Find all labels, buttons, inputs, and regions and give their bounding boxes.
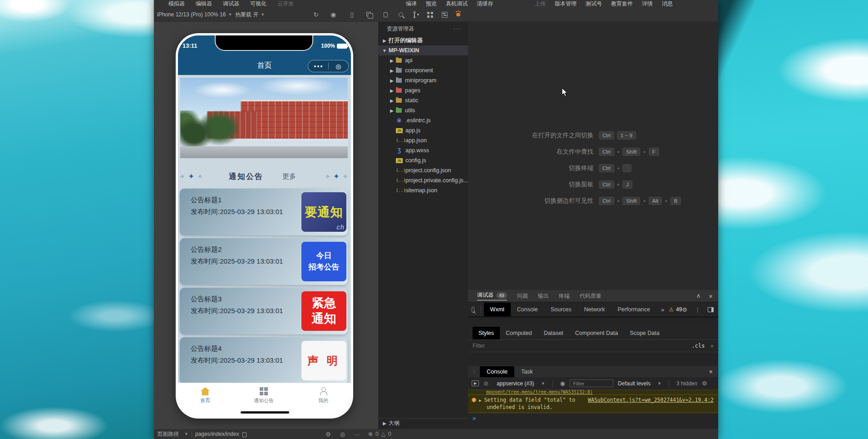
js-context-selector[interactable]: appservice (#3): [497, 380, 534, 387]
explorer-file-row[interactable]: {..} project.private.config.js...: [378, 175, 468, 185]
expand-triangle-icon[interactable]: ▶: [479, 398, 481, 403]
explorer-folder-row[interactable]: ▶ component: [378, 65, 468, 75]
more-link[interactable]: 更多: [282, 172, 296, 181]
more-dots-icon[interactable]: [308, 65, 328, 67]
menu-item[interactable]: 调试器: [223, 0, 239, 8]
console-filter-input[interactable]: [570, 379, 613, 387]
dock-side-icon[interactable]: [708, 307, 714, 312]
eye-icon[interactable]: ◉: [560, 380, 565, 387]
explorer-files-icon[interactable]: [384, 12, 388, 17]
menu-item[interactable]: 清缓存: [477, 0, 493, 8]
git-branch-icon[interactable]: [413, 11, 419, 18]
add-style-icon[interactable]: +: [710, 343, 714, 349]
notice-card[interactable]: 公告标题2 发布时间:2025-03-29 13:03:01 今日招考公告: [180, 238, 348, 285]
search-icon[interactable]: [399, 12, 403, 17]
debug-console-icon[interactable]: ⚙: [326, 431, 331, 438]
styles-tab[interactable]: Scope Data: [624, 327, 665, 339]
styles-tab[interactable]: Component Data: [569, 327, 624, 339]
explorer-file-row[interactable]: JS config.js: [378, 155, 468, 165]
campus-photo[interactable]: [180, 78, 348, 158]
panel-tab[interactable]: 输出: [538, 292, 549, 300]
tab-home[interactable]: 首页: [185, 387, 226, 404]
warning-log-entry[interactable]: ▶ Setting data field "total" to WASubCon…: [468, 394, 718, 413]
close-icon[interactable]: ×: [709, 292, 713, 300]
devtools-tab[interactable]: Network: [578, 303, 612, 316]
open-editors-row[interactable]: ▶ 打开的编辑器: [378, 35, 468, 45]
menu-item[interactable]: 编辑器: [196, 0, 212, 8]
styles-filter-input[interactable]: [468, 342, 692, 349]
console-prompt[interactable]: >: [468, 413, 718, 422]
outline-row[interactable]: ▶ 大纲: [378, 418, 468, 428]
page-path-selector[interactable]: 页面路径: [157, 430, 179, 438]
console-settings-icon[interactable]: ⚙: [702, 380, 707, 387]
menu-item[interactable]: 编译: [406, 0, 417, 8]
kebab-menu-icon[interactable]: ⋮: [695, 306, 700, 313]
explorer-folder-row[interactable]: ▶ miniprogram: [378, 75, 468, 85]
menu-item[interactable]: 详情: [642, 0, 653, 8]
menu-item[interactable]: 可视化: [250, 0, 266, 8]
hot-reload-toggle[interactable]: 热重载 开 ▼: [235, 7, 265, 22]
explorer-file-row[interactable]: {..} app.json: [378, 135, 468, 145]
explorer-file-row[interactable]: {..} project.config.json: [378, 165, 468, 175]
menu-item[interactable]: 真机调试: [446, 0, 468, 8]
menu-item[interactable]: 云开发: [277, 0, 294, 8]
console-tab[interactable]: Task: [514, 366, 540, 377]
cls-toggle[interactable]: .cls: [692, 343, 705, 349]
multi-window-icon[interactable]: [366, 12, 371, 16]
panel-tab[interactable]: 问题: [517, 292, 528, 300]
explorer-file-row[interactable]: {..} sitemap.json: [378, 185, 468, 195]
capsule-menu[interactable]: ◎: [308, 60, 349, 72]
exit-target-icon[interactable]: ◎: [329, 63, 349, 70]
truncated-log-line[interactable]: mponent/tree-menu/tree-menu?WAS35132:8): [468, 390, 718, 394]
tab-me[interactable]: 我的: [303, 387, 344, 404]
copy-path-icon[interactable]: [242, 431, 248, 437]
devtools-tab[interactable]: Performance: [611, 303, 656, 316]
settings-gear-icon[interactable]: ⚙: [682, 306, 687, 313]
record-icon[interactable]: ◉: [329, 11, 337, 18]
preview-eye-icon[interactable]: ◎: [340, 431, 345, 438]
notice-card[interactable]: 公告标题1 发布时间:2025-03-29 13:03:01 要通知: [180, 189, 348, 235]
styles-tab[interactable]: Computed: [500, 327, 538, 339]
console-tab[interactable]: Console: [480, 366, 514, 377]
source-link[interactable]: WASubContext.js?t=we_25027441&v=2.19.4:2: [588, 397, 714, 403]
devtools-tab[interactable]: Console: [511, 303, 544, 316]
explorer-folder-row[interactable]: ▶ pages: [378, 85, 468, 95]
menu-item[interactable]: 版本管理: [555, 0, 577, 8]
editor-area[interactable]: 在打开的文件之间切换 Ctrl1 ~ 9 在文件中查找 Ctrl+Shift+F…: [468, 22, 718, 290]
explorer-file-row[interactable]: JS app.js: [378, 125, 468, 135]
restart-icon[interactable]: ↻: [312, 11, 320, 18]
tab-notice[interactable]: 通知公告: [243, 387, 284, 404]
menu-item[interactable]: 模拟器: [168, 0, 185, 8]
device-preview-icon[interactable]: ▯: [348, 11, 356, 18]
panel-tab[interactable]: 调试器 49: [477, 291, 507, 300]
close-icon[interactable]: ×: [709, 368, 713, 375]
devtools-tab[interactable]: Wxml: [484, 303, 511, 316]
menu-item[interactable]: 教育套件: [611, 0, 633, 8]
console-sidebar-icon[interactable]: ▶: [472, 380, 479, 386]
more-dots-icon[interactable]: ···: [454, 25, 462, 32]
explorer-folder-row[interactable]: ▶ static: [378, 95, 468, 105]
orange-paw-icon[interactable]: [456, 13, 460, 16]
problem-counts[interactable]: ⊗ 0 △ 0: [368, 431, 391, 437]
more-dots-icon[interactable]: ···: [354, 431, 360, 438]
warning-count[interactable]: ⚠ 49: [669, 306, 682, 313]
collapse-icon[interactable]: ∧: [696, 292, 701, 300]
inspect-element-icon[interactable]: [472, 307, 474, 313]
menu-item[interactable]: 上传: [535, 0, 546, 8]
device-selector[interactable]: iPhone 12/13 (Pro) 100% 16 ▼: [157, 7, 232, 22]
clear-console-icon[interactable]: ⊘: [483, 380, 488, 387]
panel-tab[interactable]: 代码质量: [580, 292, 602, 300]
layout-icon[interactable]: [442, 12, 448, 18]
explorer-file-row[interactable]: Ʒ app.wxss: [378, 145, 468, 155]
explorer-file-row[interactable]: .eslintrc.js: [378, 115, 468, 125]
extensions-grid-icon[interactable]: [427, 12, 433, 18]
project-root-row[interactable]: ▼ MP-WEIXIN: [378, 45, 468, 55]
devtools-tab[interactable]: Sources: [544, 303, 578, 316]
explorer-folder-row[interactable]: ▶ utils: [378, 105, 468, 115]
styles-tab[interactable]: Dataset: [538, 327, 569, 339]
notice-card[interactable]: 公告标题4 发布时间:2025-03-29 13:03:01 声 明: [180, 337, 348, 384]
styles-tab[interactable]: Styles: [473, 327, 500, 339]
more-tabs-icon[interactable]: »: [661, 306, 664, 313]
menu-item[interactable]: 消息: [662, 0, 673, 8]
panel-tab[interactable]: 终端: [559, 292, 570, 300]
